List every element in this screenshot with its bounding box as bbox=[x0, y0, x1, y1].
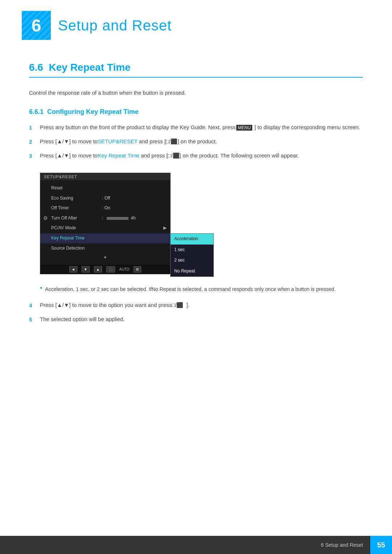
step-1-number: 1 bbox=[29, 123, 40, 132]
menu-item-pcav: PC/AV Mode ▶ bbox=[40, 223, 170, 233]
more-icon: ▼ bbox=[103, 254, 107, 261]
submenu-item-2sec: 2 sec bbox=[171, 255, 213, 266]
menu-item-offtimer-value: : On bbox=[102, 204, 110, 212]
menu-more-indicator: ▼ bbox=[40, 253, 170, 262]
btn-auto: AUTO bbox=[119, 267, 130, 271]
step-3-number: 3 bbox=[29, 151, 40, 160]
gear-icon: ⚙ bbox=[43, 214, 48, 223]
chapter-number: 6 bbox=[32, 16, 41, 36]
norepeat-highlight: No Repeat bbox=[152, 286, 176, 292]
step-3-text: Press [▲/▼] to move toKey Repeat Time an… bbox=[40, 151, 299, 160]
btn-down: ▼ bbox=[82, 266, 90, 272]
step-3: 3 Press [▲/▼] to move toKey Repeat Time … bbox=[29, 151, 363, 160]
menu-item-offtimer-label: Off Timer bbox=[51, 204, 98, 212]
step-4: 4 Press [▲/▼] to move to the option you … bbox=[29, 301, 363, 310]
menu-item-eco-value: : Off bbox=[102, 194, 110, 202]
menu-box: SETUP&RESET Reset Eco Saving : Off Off T… bbox=[40, 173, 171, 274]
step-1: 1 Press any button on the front of the p… bbox=[29, 123, 363, 132]
menu-title-bar: SETUP&RESET bbox=[40, 173, 170, 180]
menu-item-keyrepeat: Key Repeat Time bbox=[40, 233, 170, 243]
2sec-highlight: 2 sec bbox=[97, 286, 109, 292]
key-repeat-time-link: Key Repeat Time bbox=[98, 152, 139, 159]
pcav-arrow: ▶ bbox=[163, 224, 167, 232]
step-2-text: Press [▲/▼] to move toSETUP&RESET and pr… bbox=[40, 137, 217, 146]
setup-reset-link: SETUP&RESET bbox=[98, 138, 138, 144]
menu-item-turnoff: ⚙ Turn Off After : 4h bbox=[40, 213, 170, 223]
subsection-title: Configuring Key Repeat Time bbox=[47, 108, 139, 115]
submenu-item-acceleration: Acceleration bbox=[171, 234, 213, 245]
bullet-text: Acceleration, 1 sec, or 2 sec can be sel… bbox=[45, 285, 335, 293]
menu-item-offtimer: Off Timer : On bbox=[40, 203, 170, 213]
footer-text: 6 Setup and Reset bbox=[321, 542, 370, 548]
turnoff-bar-text: 4h bbox=[131, 214, 135, 222]
subsection-heading: 6.6.1 Configuring Key Repeat Time bbox=[29, 108, 363, 116]
submenu-item-norepeat: No Repeat bbox=[171, 266, 213, 277]
step-5-number: 5 bbox=[29, 315, 40, 324]
page-header: 6 Setup and Reset bbox=[0, 0, 392, 47]
step-1-text: Press any button on the front of the pro… bbox=[40, 123, 360, 132]
menu-item-keyrepeat-label: Key Repeat Time bbox=[51, 234, 98, 242]
menu-item-pcav-label: PC/AV Mode bbox=[51, 224, 98, 232]
menu-screenshot: SETUP&RESET Reset Eco Saving : Off Off T… bbox=[40, 173, 171, 274]
menu-item-turnoff-label: Turn Off After bbox=[51, 214, 98, 222]
menu-item-eco-label: Eco Saving bbox=[51, 194, 98, 202]
1sec-highlight: 1 sec bbox=[76, 286, 88, 292]
step-4-number: 4 bbox=[29, 301, 40, 310]
chapter-title: Setup and Reset bbox=[58, 17, 172, 34]
menu-bottom-bar: ◄ ▼ ▲ ⬛ AUTO ⚙ bbox=[40, 265, 170, 274]
menu-item-keyrepeat-wrap: Key Repeat Time Acceleration 1 sec 2 sec… bbox=[40, 233, 170, 243]
section-title: Key Repeat Time bbox=[49, 62, 131, 73]
menu-item-reset-label: Reset bbox=[51, 184, 98, 192]
turnoff-bar bbox=[107, 217, 128, 220]
submenu-item-1sec: 1 sec bbox=[171, 245, 213, 255]
menu-item-turnoff-value: : bbox=[102, 214, 103, 222]
step-2: 2 Press [▲/▼] to move toSETUP&RESET and … bbox=[29, 137, 363, 146]
steps-list: 1 Press any button on the front of the p… bbox=[29, 123, 363, 160]
btn-left: ◄ bbox=[69, 266, 77, 272]
chapter-number-box: 6 bbox=[22, 11, 51, 40]
btn-up: ▲ bbox=[94, 266, 102, 272]
page-footer: 6 Setup and Reset 55 bbox=[0, 536, 392, 554]
step-5-text: The selected option will be applied. bbox=[40, 315, 124, 324]
btn-settings: ⚙ bbox=[134, 266, 141, 272]
subsection-number: 6.6.1 bbox=[29, 108, 44, 115]
step-2-number: 2 bbox=[29, 137, 40, 146]
menu-title: SETUP&RESET bbox=[44, 175, 77, 179]
step-4-text: Press [▲/▼] to move to the option you wa… bbox=[40, 301, 189, 309]
step-5: 5 The selected option will be applied. bbox=[29, 315, 363, 324]
bullet-section: • Acceleration, 1 sec, or 2 sec can be s… bbox=[40, 285, 363, 293]
acceleration-highlight: Acceleration bbox=[45, 286, 73, 292]
section-heading: 6.6 Key Repeat Time bbox=[29, 62, 363, 78]
submenu-popup: Acceleration 1 sec 2 sec No Repeat bbox=[170, 233, 214, 277]
section-number: 6.6 bbox=[29, 62, 43, 73]
menu-items-list: Reset Eco Saving : Off Off Timer : On ⚙ … bbox=[40, 180, 170, 265]
main-content: 6.6 Key Repeat Time Control the response… bbox=[0, 47, 392, 358]
menu-item-eco: Eco Saving : Off bbox=[40, 193, 170, 204]
menu-item-source: Source Detection bbox=[40, 243, 170, 254]
footer-page-number: 55 bbox=[370, 536, 392, 554]
menu-item-source-label: Source Detection bbox=[51, 245, 98, 253]
menu-item-reset: Reset bbox=[40, 183, 170, 193]
menu-key-label: MENU bbox=[236, 125, 252, 131]
section-description: Control the response rate of a button wh… bbox=[29, 89, 363, 97]
btn-enter: ⬛ bbox=[106, 266, 115, 272]
bullet-dot: • bbox=[40, 284, 42, 292]
